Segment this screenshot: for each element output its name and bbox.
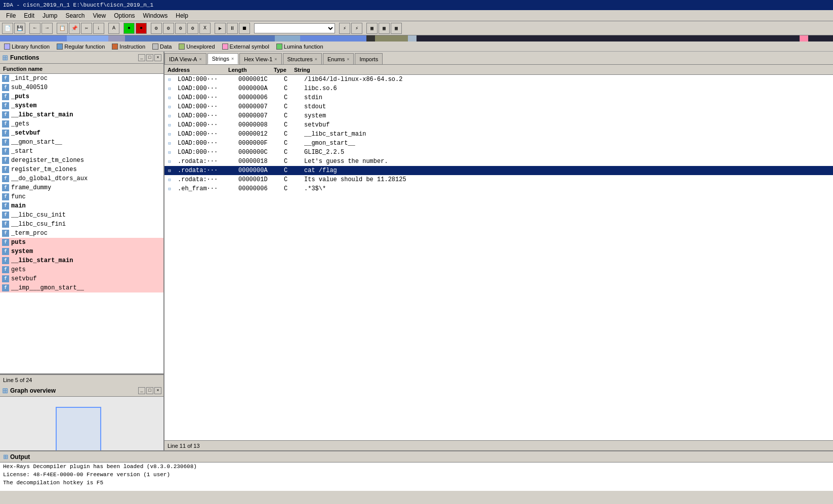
function-item-22[interactable]: fsetvbuf [0,274,163,283]
strings-row-8[interactable]: ⊟LOAD:000···0000000CCGLIBC_2.2.5 [164,148,833,157]
toolbar-bp-green[interactable]: ● [123,23,135,34]
tab-hex-view-1[interactable]: Hex View-1× [239,53,281,64]
toolbar-cfg1[interactable]: ▦ [366,23,378,34]
tab-close-0[interactable]: × [199,57,201,62]
toolbar-copy[interactable]: 📋 [57,23,68,34]
nav-seg-tick [366,35,374,41]
function-item-17[interactable]: f_term_proc [0,229,163,238]
toolbar-b3[interactable]: ⚙ [151,23,162,34]
menu-view[interactable]: View [89,11,110,20]
toolbar-font[interactable]: A [108,23,119,34]
toolbar-pause[interactable]: ⏸ [227,23,238,34]
menu-search[interactable]: Search [61,11,89,20]
function-item-8[interactable]: f_start [0,147,163,156]
toolbar-b2[interactable]: ↓ [93,23,104,34]
strings-content[interactable]: Address Length Type String ⊟LOAD:000···0… [164,65,833,440]
menu-help[interactable]: Help [172,11,192,20]
toolbar-run2[interactable]: ⚡ [351,23,362,34]
menu-options[interactable]: Options [110,11,139,20]
tab-structures[interactable]: Structures× [283,53,322,64]
toolbar-dropdown[interactable] [254,23,335,33]
graph-close[interactable]: × [154,387,161,394]
toolbar-b4[interactable]: ⚙ [163,23,174,34]
toolbar-cfg2[interactable]: ▦ [379,23,390,34]
tab-enums[interactable]: Enums× [323,53,354,64]
tab-close-2[interactable]: × [274,57,277,62]
function-item-11[interactable]: f__do_global_dtors_aux [0,174,163,183]
graph-restore[interactable]: □ [146,387,153,394]
functions-close[interactable]: × [154,54,161,61]
tab-imports[interactable]: Imports [355,53,383,64]
strings-row-12[interactable]: ⊟.eh_fram···00000006C.*3$\* [164,184,833,193]
function-item-3[interactable]: f_system [0,101,163,110]
function-item-14[interactable]: fmain [0,201,163,211]
toolbar-back[interactable]: ← [29,23,40,34]
strings-row-9[interactable]: ⊟.rodata:···00000018CLet's guess the num… [164,157,833,166]
function-item-19[interactable]: fsystem [0,247,163,256]
strings-row-icon-9: ⊟ [165,157,174,165]
strings-row-1[interactable]: ⊟LOAD:000···0000000AClibc.so.6 [164,84,833,93]
tab-close-4[interactable]: × [347,57,349,62]
function-item-0[interactable]: f_init_proc [0,74,163,83]
graph-icon: ⊞ [2,387,8,395]
tab-strings[interactable]: Strings× [207,53,239,64]
function-name-7: __gmon_start__ [11,139,62,146]
strings-row-6[interactable]: ⊟LOAD:000···00000012C__libc_start_main [164,130,833,139]
strings-row-3[interactable]: ⊟LOAD:000···00000007Cstdout [164,102,833,111]
function-icon-23: f [2,284,9,291]
strings-row-11[interactable]: ⊟.rodata:···0000001DCIts value should be… [164,175,833,184]
functions-restore[interactable]: □ [146,54,153,61]
toolbar-b1[interactable]: ✂ [81,23,92,34]
function-item-7[interactable]: f__gmon_start__ [0,138,163,147]
function-item-9[interactable]: fderegister_tm_clones [0,156,163,165]
toolbar-new[interactable]: 📄 [2,23,13,34]
function-item-12[interactable]: fframe_dummy [0,183,163,192]
function-item-5[interactable]: f_gets [0,119,163,129]
left-panel: ⊞ Functions _ □ × Function name f_init_p… [0,52,164,450]
function-item-1[interactable]: fsub_400510 [0,83,163,92]
functions-list[interactable]: f_init_procfsub_400510f_putsf_systemf__l… [0,74,163,373]
strings-row-10[interactable]: ⊟.rodata:···0000000ACcat /flag [164,166,833,175]
toolbar-b7[interactable]: X [199,23,211,34]
tab-ida-view-a[interactable]: IDA View-A× [164,53,206,64]
toolbar-stop[interactable]: ⏹ [239,23,250,34]
function-item-20[interactable]: f__libc_start_main [0,256,163,265]
toolbar-cfg3[interactable]: ▦ [391,23,402,34]
toolbar-save[interactable]: 💾 [14,23,25,34]
function-item-6[interactable]: f_setvbuf [0,129,163,138]
legend-external-box [222,44,228,50]
tab-close-3[interactable]: × [315,57,317,62]
menu-jump[interactable]: Jump [38,11,61,20]
toolbar-b6[interactable]: ⚙ [187,23,198,34]
toolbar-b5[interactable]: ⚙ [175,23,186,34]
toolbar-run1[interactable]: ⚡ [339,23,350,34]
toolbar-play[interactable]: ▶ [215,23,226,34]
toolbar-fwd[interactable]: → [41,23,53,34]
functions-minimize[interactable]: _ [138,54,145,61]
toolbar-paste[interactable]: 📌 [69,23,80,34]
function-item-23[interactable]: f__imp___gmon_start__ [0,283,163,292]
function-name-2: _puts [11,93,29,100]
menu-edit[interactable]: Edit [20,11,38,20]
nav-seg-5 [275,35,300,41]
graph-minimize[interactable]: _ [138,387,145,394]
menu-file[interactable]: File [2,11,20,20]
strings-row-7[interactable]: ⊟LOAD:000···0000000FC__gmon_start__ [164,139,833,148]
strings-row-0[interactable]: ⊟LOAD:000···0000001CC/lib64/ld-linux-x86… [164,75,833,84]
function-item-13[interactable]: ffunc [0,192,163,201]
strings-row-5[interactable]: ⊟LOAD:000···00000008Csetvbuf [164,120,833,130]
function-item-10[interactable]: fregister_tm_clones [0,165,163,174]
function-icon-15: f [2,212,9,219]
function-item-16[interactable]: f__libc_csu_fini [0,220,163,229]
toolbar-bp-red[interactable]: ● [136,23,147,34]
tab-close-1[interactable]: × [231,56,234,61]
menu-windows[interactable]: Windows [139,11,172,20]
legend-data-box [152,44,158,50]
function-item-21[interactable]: fgets [0,265,163,274]
function-item-4[interactable]: f__libc_start_main [0,110,163,119]
function-item-18[interactable]: fputs [0,238,163,247]
function-item-2[interactable]: f_puts [0,92,163,101]
strings-row-4[interactable]: ⊟LOAD:000···00000007Csystem [164,111,833,120]
function-item-15[interactable]: f__libc_csu_init [0,211,163,220]
strings-row-2[interactable]: ⊟LOAD:000···00000006Cstdin [164,93,833,102]
